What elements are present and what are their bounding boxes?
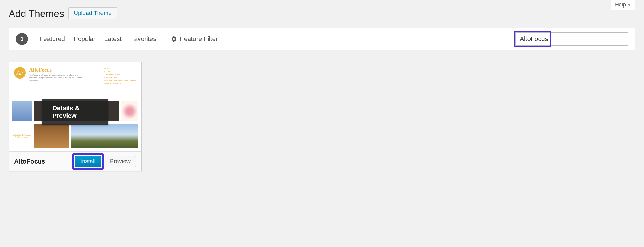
search-input[interactable] — [515, 32, 628, 46]
gallery-tile: A Project Without a Featured Image — [12, 124, 32, 148]
result-count-badge: 1 — [16, 33, 28, 45]
help-tab[interactable]: Help ▼ — [611, 0, 635, 10]
chevron-down-icon: ▼ — [628, 3, 631, 7]
theme-card[interactable]: AF AltoFocus AltoFocus is a theme for ph… — [9, 62, 142, 171]
nav-item: BLOG — [104, 70, 136, 73]
feature-filter-label: Feature Filter — [180, 35, 218, 43]
theme-card-footer: AltoFocus Install Preview — [9, 151, 141, 171]
screenshot-subtitle: AltoFocus is a theme for photobloggers, … — [29, 74, 84, 81]
nav-item: HTML ELEMENTS — [104, 82, 136, 86]
filter-popular[interactable]: Popular — [74, 35, 96, 43]
filter-featured[interactable]: Featured — [40, 35, 65, 43]
preview-button[interactable]: Preview — [105, 156, 136, 167]
gallery-tile — [121, 101, 138, 121]
install-button[interactable]: Install — [75, 156, 101, 167]
gallery-tile — [71, 124, 138, 148]
filter-favorites[interactable]: Favorites — [130, 35, 156, 43]
page-title: Add Themes — [9, 8, 64, 19]
upload-theme-button[interactable]: Upload Theme — [68, 7, 117, 19]
theme-results: AF AltoFocus AltoFocus is a theme for ph… — [9, 62, 635, 171]
filter-latest[interactable]: Latest — [104, 35, 122, 43]
nav-item: IMAGE ALIGNMENT AND STYLES — [104, 79, 136, 82]
theme-screenshot: AF AltoFocus AltoFocus is a theme for ph… — [9, 62, 141, 151]
feature-filter-button[interactable]: Feature Filter — [171, 35, 218, 43]
filter-bar: 1 Featured Popular Latest Favorites Feat… — [9, 28, 635, 50]
search-wrap — [515, 32, 628, 46]
gallery-tile — [34, 124, 69, 148]
gallery-tile — [12, 101, 32, 121]
gear-icon — [171, 36, 177, 42]
details-preview-button[interactable]: Details & Preview — [42, 99, 108, 125]
nav-item: A PARENT PAGE — [104, 73, 136, 76]
nav-item: HOME — [104, 67, 136, 70]
help-label: Help — [615, 2, 626, 8]
screenshot-nav: HOME BLOG A PARENT PAGE READABILITY IMAG… — [104, 67, 136, 85]
screenshot-title: AltoFocus — [29, 67, 84, 73]
theme-name: AltoFocus — [14, 158, 72, 165]
nav-item: READABILITY — [104, 76, 136, 79]
theme-logo-icon: AF — [14, 67, 26, 79]
